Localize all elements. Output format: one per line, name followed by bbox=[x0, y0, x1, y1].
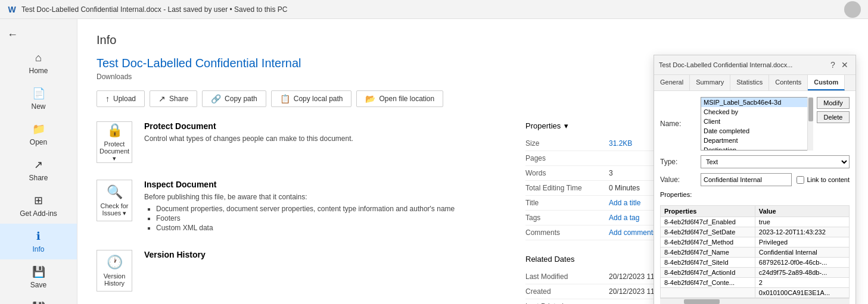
props-horizontal-scrollbar[interactable] bbox=[660, 298, 850, 304]
name-list-item-0[interactable]: Checked by bbox=[701, 107, 813, 117]
name-list[interactable]: MSIP_Label_5acb46e4-3d Checked by Client… bbox=[701, 97, 813, 151]
value-row: Value: Link to content bbox=[660, 173, 850, 186]
copy-local-path-button[interactable]: 📋 Copy local path bbox=[271, 90, 352, 107]
name-scrollbar-thumb bbox=[808, 98, 813, 121]
home-icon: ⌂ bbox=[35, 52, 42, 64]
type-select[interactable]: TextDateNumberYes or no bbox=[701, 155, 850, 168]
bullet-3: Custom XML data bbox=[156, 224, 502, 232]
version-content: Version History bbox=[144, 250, 502, 292]
prop-tags-value[interactable]: Add a tag bbox=[609, 214, 639, 222]
upload-button[interactable]: ↑ Upload bbox=[97, 90, 145, 107]
prop-comments-value[interactable]: Add comments bbox=[609, 228, 657, 237]
word-icon: W bbox=[7, 5, 17, 14]
check-issues-label: Check forIssues ▾ bbox=[100, 202, 128, 217]
back-button[interactable]: ← bbox=[0, 24, 77, 46]
name-list-item-4[interactable]: Destination bbox=[701, 145, 813, 151]
sidebar-item-home[interactable]: ⌂ Home bbox=[0, 46, 77, 81]
inspect-bullets: Document properties, document server pro… bbox=[156, 205, 502, 232]
prop-title-label: Title bbox=[525, 199, 609, 207]
name-list-item-2[interactable]: Date completed bbox=[701, 126, 813, 136]
share-btn-icon: ↗ bbox=[158, 94, 166, 104]
version-history-button[interactable]: 🕐 VersionHistory bbox=[97, 250, 132, 292]
version-title: Version History bbox=[144, 250, 502, 259]
sidebar: ← ⌂ Home 📄 New 📁 Open ↗ Share ⊞ Get Add-… bbox=[0, 19, 77, 304]
prop-last-modified-label: Last Modified bbox=[525, 272, 609, 281]
dialog-close-button[interactable]: ✕ bbox=[839, 59, 851, 71]
prop-row-1-val: 2023-12-20T11:43:232 bbox=[755, 227, 849, 237]
prop-size-value[interactable]: 31.2KB bbox=[609, 139, 632, 148]
name-list-item-3[interactable]: Department bbox=[701, 136, 813, 145]
prop-row-7-prop bbox=[661, 288, 755, 298]
sidebar-item-get-add-ins[interactable]: ⊞ Get Add-ins bbox=[0, 188, 77, 224]
prop-row-2-prop: 8-4eb2fd6f47cf_Method bbox=[661, 237, 755, 247]
tab-summary[interactable]: Summary bbox=[690, 75, 730, 90]
tab-general[interactable]: General bbox=[654, 75, 690, 90]
name-list-wrap: MSIP_Label_5acb46e4-3d Checked by Client… bbox=[701, 97, 813, 151]
table-row: 8-4eb2fd6f47cf_SetDate 2023-12-20T11:43:… bbox=[661, 227, 850, 237]
prop-row-5-val: c24d9f75-2a89-48db-... bbox=[755, 268, 849, 278]
prop-row-4-val: 68792612-0f0e-46cb-... bbox=[755, 258, 849, 268]
tab-contents[interactable]: Contents bbox=[769, 75, 808, 90]
props-section-label: Properties: bbox=[660, 191, 850, 198]
prop-comments-label: Comments bbox=[525, 228, 609, 237]
prop-row-0-val: true bbox=[755, 217, 849, 227]
dialog-title: Test Doc-Labelled Confidential Internal.… bbox=[659, 61, 827, 68]
table-row: 8-4eb2fd6f47cf_SiteId 68792612-0f0e-46cb… bbox=[661, 258, 850, 268]
prop-editing-label: Total Editing Time bbox=[525, 184, 609, 192]
open-location-icon: 📂 bbox=[365, 94, 375, 104]
open-file-location-button[interactable]: 📂 Open file location bbox=[356, 90, 443, 107]
tab-statistics[interactable]: Statistics bbox=[730, 75, 769, 90]
open-location-label: Open file location bbox=[379, 95, 434, 103]
share-button[interactable]: ↗ Share bbox=[150, 90, 197, 107]
sidebar-item-open[interactable]: 📁 Open bbox=[0, 117, 77, 152]
sidebar-item-share[interactable]: ↗ Share bbox=[0, 152, 77, 188]
prop-created-label: Created bbox=[525, 287, 609, 296]
save-as-icon: 💾 bbox=[32, 301, 45, 304]
delete-button[interactable]: Delete bbox=[817, 111, 850, 123]
copy-local-icon: 📋 bbox=[280, 94, 290, 104]
save-icon: 💾 bbox=[32, 265, 45, 278]
name-scrollbar[interactable] bbox=[807, 97, 813, 151]
app-body: ← ⌂ Home 📄 New 📁 Open ↗ Share ⊞ Get Add-… bbox=[0, 19, 868, 304]
protect-title: Protect Document bbox=[144, 121, 502, 131]
prop-title-value[interactable]: Add a title bbox=[609, 199, 640, 207]
page-title: Info bbox=[97, 33, 849, 47]
user-avatar[interactable] bbox=[844, 1, 861, 18]
sections-left: 🔒 ProtectDocument ▾ Protect Document Con… bbox=[97, 121, 502, 304]
sidebar-label-save: Save bbox=[30, 281, 46, 289]
sidebar-label-home: Home bbox=[29, 67, 48, 75]
tab-custom[interactable]: Custom bbox=[808, 75, 845, 90]
value-input[interactable] bbox=[701, 173, 792, 186]
value-label: Value: bbox=[660, 175, 696, 184]
sidebar-item-new[interactable]: 📄 New bbox=[0, 81, 77, 117]
protect-icon: 🔒 bbox=[107, 123, 123, 138]
protect-content: Protect Document Control what types of c… bbox=[144, 121, 502, 163]
props-section: Properties: Properties Value bbox=[660, 191, 850, 304]
protect-section: 🔒 ProtectDocument ▾ Protect Document Con… bbox=[97, 121, 502, 163]
inspect-title: Inspect Document bbox=[144, 180, 502, 189]
copy-path-button[interactable]: 🔗 Copy path bbox=[202, 90, 266, 107]
props-col1-header: Properties bbox=[661, 206, 755, 217]
sidebar-item-save[interactable]: 💾 Save bbox=[0, 259, 77, 295]
sidebar-item-info[interactable]: ℹ Info bbox=[0, 224, 77, 259]
prop-pages-label: Pages bbox=[525, 154, 609, 162]
name-list-item-1[interactable]: Client bbox=[701, 117, 813, 126]
link-checkbox-label: Link to content bbox=[807, 176, 850, 183]
new-icon: 📄 bbox=[32, 87, 45, 100]
name-list-item-selected[interactable]: MSIP_Label_5acb46e4-3d bbox=[701, 98, 813, 107]
sidebar-label-info: Info bbox=[32, 245, 44, 253]
modify-button[interactable]: Modify bbox=[817, 97, 850, 109]
prop-row-0-prop: 8-4eb2fd6f47cf_Enabled bbox=[661, 217, 755, 227]
sidebar-label-open: Open bbox=[30, 138, 47, 146]
link-checkbox-input[interactable] bbox=[797, 176, 804, 184]
link-checkbox[interactable]: Link to content bbox=[797, 176, 850, 184]
content-area: Info Test Doc-Labelled Confidential Inte… bbox=[77, 19, 868, 304]
props-table-wrap: Properties Value 8-4eb2fd6f47cf_Enabled … bbox=[660, 200, 850, 298]
h-scrollbar-thumb bbox=[684, 299, 720, 304]
check-issues-button[interactable]: 🔍 Check forIssues ▾ bbox=[97, 180, 132, 221]
version-icon: 🕐 bbox=[107, 255, 123, 270]
protect-document-button[interactable]: 🔒 ProtectDocument ▾ bbox=[97, 121, 132, 163]
dialog-help-button[interactable]: ? bbox=[827, 59, 839, 71]
share-icon: ↗ bbox=[34, 158, 43, 171]
sidebar-item-save-as[interactable]: 💾 Save As bbox=[0, 295, 77, 304]
